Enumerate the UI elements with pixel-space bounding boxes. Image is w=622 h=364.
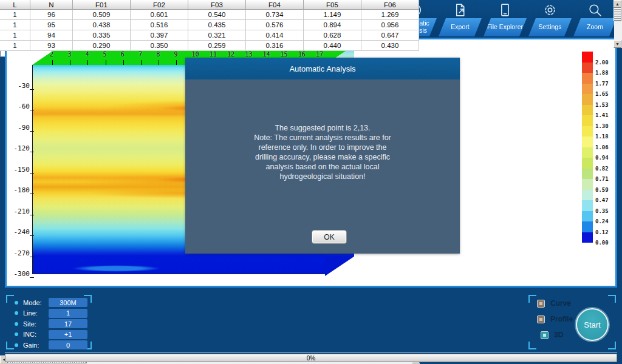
site-axis-label: 3 (67, 51, 71, 58)
depth-axis-label: -150 (12, 166, 30, 174)
dialog-message: The suggested point is 2,13.Note: The cu… (207, 123, 438, 181)
site-axis-label: 2 (50, 51, 53, 58)
column-header-f05[interactable]: F05 (304, 0, 361, 10)
column-header-l[interactable]: L (0, 0, 30, 10)
param-label: INC: (23, 331, 44, 338)
table-cell: 0.397 (131, 30, 188, 41)
depth-axis-label: -30 (12, 82, 30, 90)
param-value-mode[interactable]: 300M (49, 298, 87, 307)
table-row[interactable]: 1930.2900.3500.2590.3160.4400.430 (0, 41, 419, 51)
depth-axis-tick (30, 194, 34, 194)
site-axis-tick (123, 60, 124, 65)
vertical-scrollbar[interactable]: ▲ ▼ (614, 0, 622, 48)
settings-gear-icon (542, 1, 558, 18)
param-value-inc[interactable]: +1 (49, 330, 87, 339)
depth-axis-tick (30, 173, 34, 174)
tab-settings[interactable]: Settings (528, 18, 572, 36)
table-cell: 1 (0, 20, 30, 30)
colorbar-label: 1.06 (595, 144, 609, 150)
column-header-f04[interactable]: F04 (246, 0, 304, 10)
colorbar-segment (582, 179, 593, 190)
table-cell: 1.149 (304, 10, 361, 20)
colorbar-segment (582, 84, 593, 95)
right-tab-group: Automatic AnalysisExportFile ExplorerSet… (394, 1, 617, 36)
site-axis-tick (106, 60, 106, 65)
table-cell: 1.269 (361, 10, 419, 20)
table-row[interactable]: 1960.5090.6010.5400.7341.1491.269 (0, 10, 419, 20)
vertical-scroll-thumb[interactable] (613, 8, 621, 21)
table-cell: 0.435 (188, 20, 246, 30)
tab-file-explorer[interactable]: File Explorer (484, 18, 527, 36)
table-cell: 0.414 (246, 30, 304, 41)
checkbox-curve[interactable] (537, 300, 545, 308)
table-row[interactable]: 1940.3350.3970.3210.4140.6280.647 (0, 30, 419, 41)
tab-zoom[interactable]: Zoom (573, 18, 617, 36)
dialog-message-line: analysis based on the actual local (207, 162, 438, 172)
colorbar-label: 0.00 (595, 240, 609, 246)
depth-axis-tick (30, 277, 34, 278)
separator-line (5, 352, 617, 352)
checkbox-profile[interactable] (537, 315, 545, 323)
column-header-f02[interactable]: F02 (131, 0, 188, 10)
table-cell: 0.316 (246, 41, 304, 51)
depth-axis-tick (30, 257, 34, 257)
depth-axis-label: -270 (12, 249, 30, 257)
site-axis-tick (159, 60, 159, 65)
colorbar-segment (582, 232, 593, 243)
column-header-f01[interactable]: F01 (73, 0, 131, 10)
site-axis-tick (141, 60, 142, 65)
colorbar-label: 0.94 (595, 155, 609, 161)
dialog-message-line: Note: The current analysis results are f… (207, 133, 438, 143)
heatmap-low-anomaly (72, 265, 160, 272)
colorbar-segment (582, 158, 593, 169)
dialog-message-line: hydrogeological situation! (207, 172, 438, 181)
colorbar-label: 1.41 (595, 112, 609, 118)
table-cell: 0.540 (188, 10, 246, 20)
colorbar-segment (582, 52, 593, 62)
param-value-line[interactable]: 1 (49, 309, 87, 318)
colorbar-segment (582, 169, 593, 180)
data-table: LNF01F02F03F04F05F06 ▲ ▼ ◄ ► 1960.5090.6… (0, 0, 429, 57)
colorbar-label: 1.77 (595, 81, 609, 87)
table-cell: 0.438 (73, 20, 131, 30)
tab-export[interactable]: Export (439, 18, 482, 36)
param-value-gain[interactable]: 0 (49, 340, 87, 349)
param-label: Site: (23, 320, 44, 328)
colorbar-segment (582, 126, 593, 137)
dialog-message-line: reference only. In order to improve the (207, 143, 438, 152)
param-row: Site:17 (5, 318, 93, 329)
scroll-up-button[interactable]: ▲ (613, 0, 621, 8)
start-button[interactable]: Start (576, 308, 609, 341)
table-row[interactable]: 1950.4380.5160.4350.5760.8940.956 (0, 20, 419, 30)
site-axis-tick (70, 60, 70, 65)
table-cell: 0.430 (361, 41, 419, 51)
param-label: Mode: (23, 299, 44, 306)
table-cell: 0.956 (361, 20, 419, 30)
column-header-f03[interactable]: F03 (188, 0, 246, 10)
file-explorer-icon (497, 1, 513, 18)
site-axis-label: 17 (316, 51, 323, 58)
scroll-down-button[interactable]: ▼ (613, 40, 621, 48)
site-axis-label: 4 (85, 51, 89, 58)
column-header-n[interactable]: N (30, 0, 73, 10)
site-axis-label: 15 (281, 51, 288, 58)
dialog-title: Automatic Analysis (185, 58, 460, 79)
export-icon (453, 1, 468, 18)
column-header-f06[interactable]: F06 (361, 0, 419, 10)
depth-axis-label: -90 (12, 124, 30, 132)
depth-axis-tick (30, 152, 34, 152)
param-value-site[interactable]: 17 (49, 319, 87, 328)
colorbar-segment (582, 94, 593, 105)
depth-axis-tick (30, 131, 34, 132)
checkbox-row-3d: 3D (541, 331, 563, 339)
site-axis-label: 11 (210, 51, 217, 58)
table-cell: 0.259 (188, 41, 246, 51)
depth-axis-label: -300 (12, 270, 30, 278)
ok-button[interactable]: OK (312, 230, 347, 244)
depth-axis-tick (30, 89, 34, 90)
colorbar-segment (582, 147, 593, 158)
colorbar-label: 0.71 (595, 176, 609, 182)
zoom-search-icon (587, 1, 603, 18)
checkbox-3d[interactable] (541, 331, 549, 339)
depth-axis-label: -120 (12, 144, 30, 152)
